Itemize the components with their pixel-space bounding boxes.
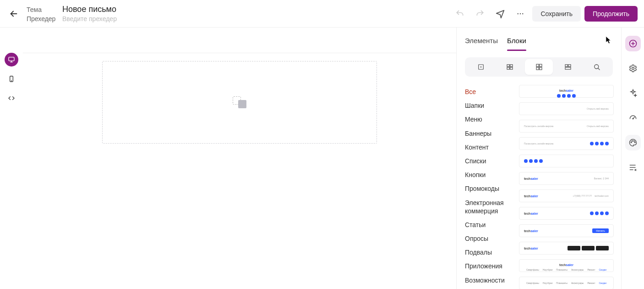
svg-point-24	[632, 140, 633, 141]
layout-grid-button[interactable]	[525, 59, 553, 75]
save-button[interactable]: Сохранить	[532, 6, 581, 22]
image-placeholder-icon	[233, 96, 246, 108]
layout-2col-button[interactable]	[496, 59, 524, 75]
template-card[interactable]: СмартфоныНоутбукиПланшетыАксессуарыРемон…	[519, 277, 614, 289]
template-card[interactable]: techsaler	[519, 207, 614, 220]
continue-button[interactable]: Продолжить	[584, 6, 638, 22]
category-item[interactable]: Возможности	[465, 273, 515, 287]
desktop-view-button[interactable]	[5, 53, 18, 67]
svg-point-5	[11, 81, 12, 81]
svg-point-22	[633, 118, 633, 119]
category-item[interactable]: Баннеры	[465, 127, 515, 140]
preheader-label: Прехедер	[27, 15, 56, 22]
layout-toolbar	[465, 57, 613, 77]
category-item[interactable]: Все	[465, 85, 515, 99]
template-card[interactable]: techsaler +7(495) 777-77-77techsaler.com	[519, 189, 614, 202]
template-card[interactable]: techsaler Баланс: 2 344	[519, 172, 614, 185]
template-card[interactable]: Открыть веб-версию	[519, 102, 614, 115]
svg-point-25	[633, 140, 634, 141]
right-panel: Элементы Блоки Все Шапки Мен	[456, 28, 621, 289]
undo-button[interactable]	[452, 6, 468, 22]
category-item[interactable]: Списки	[465, 154, 515, 168]
svg-rect-11	[510, 67, 513, 70]
template-card[interactable]: techsaler Начать	[519, 224, 614, 237]
svg-point-19	[595, 65, 599, 69]
performance-button[interactable]	[625, 110, 641, 126]
svg-rect-9	[510, 65, 513, 67]
svg-point-1	[520, 13, 521, 14]
svg-point-26	[634, 142, 635, 143]
category-item[interactable]: Подвалы	[465, 245, 515, 259]
device-rail	[0, 28, 23, 289]
code-view-button[interactable]	[5, 91, 18, 105]
preheader-input[interactable]	[62, 15, 200, 22]
add-block-button[interactable]	[625, 36, 641, 51]
svg-point-0	[518, 13, 518, 14]
back-button[interactable]	[6, 6, 21, 21]
layout-mixed-button[interactable]	[554, 59, 582, 75]
category-item[interactable]: Приложения	[465, 259, 515, 273]
redo-button[interactable]	[472, 6, 488, 22]
svg-rect-8	[507, 65, 509, 67]
category-item[interactable]: Шапки	[465, 99, 515, 112]
template-card[interactable]	[519, 155, 614, 167]
template-card[interactable]: techsaler	[519, 242, 614, 255]
category-item[interactable]: Меню	[465, 112, 515, 126]
svg-rect-13	[539, 64, 541, 67]
tools-rail	[621, 28, 644, 289]
subject-input[interactable]	[62, 5, 200, 14]
template-card[interactable]: techsaler СмартфоныНоутбукиПланшетыАксес…	[519, 259, 614, 272]
category-item[interactable]: Кнопки	[465, 168, 515, 182]
category-item[interactable]: Контент	[465, 140, 515, 154]
category-item[interactable]: Промокоды	[465, 182, 515, 195]
edit-list-button[interactable]	[625, 160, 641, 175]
settings-button[interactable]	[625, 61, 641, 76]
category-list: Все Шапки Меню Баннеры Контент Списки Кн…	[457, 83, 515, 289]
layout-1col-button[interactable]	[467, 59, 495, 75]
svg-rect-14	[536, 67, 539, 70]
header-actions: Сохранить Продолжить	[452, 6, 638, 22]
send-preview-button[interactable]	[492, 6, 508, 22]
svg-rect-10	[507, 67, 509, 70]
app-header: Тема Прехедер Сохранить Продолжить	[0, 0, 644, 28]
subject-block: Тема Прехедер	[27, 5, 200, 22]
template-card[interactable]: Посмотреть онлайн-версию	[519, 137, 614, 150]
ai-sparkle-button[interactable]	[625, 85, 641, 101]
svg-point-7	[480, 67, 481, 67]
more-menu-button[interactable]	[512, 6, 529, 22]
svg-point-23	[631, 142, 632, 143]
subject-label: Тема	[27, 6, 56, 13]
svg-rect-3	[9, 57, 14, 61]
panel-tabs: Элементы Блоки	[457, 28, 621, 51]
template-card[interactable]: Посмотреть онлайн-версию Открыть веб-вер…	[519, 120, 614, 133]
category-item[interactable]: Статьи	[465, 218, 515, 232]
svg-point-21	[632, 67, 634, 70]
dropzone[interactable]	[102, 61, 377, 144]
tab-elements[interactable]: Элементы	[465, 34, 498, 51]
svg-rect-17	[568, 65, 571, 67]
canvas-area[interactable]	[23, 28, 456, 289]
search-button[interactable]	[583, 59, 611, 75]
theme-button[interactable]	[625, 135, 641, 150]
template-card[interactable]: techsaler	[519, 85, 614, 98]
svg-rect-12	[536, 64, 539, 67]
category-item[interactable]: Опросы	[465, 232, 515, 245]
svg-point-2	[522, 13, 523, 14]
category-item[interactable]: Разделители	[465, 287, 515, 289]
category-item[interactable]: Электронная коммерция	[465, 196, 515, 218]
svg-rect-16	[565, 65, 568, 67]
tab-blocks[interactable]: Блоки	[507, 34, 526, 51]
mobile-view-button[interactable]	[5, 72, 18, 86]
svg-rect-18	[565, 67, 571, 70]
svg-rect-15	[539, 67, 541, 70]
template-list: techsaler Открыть веб-версию Посмотреть …	[515, 83, 621, 289]
